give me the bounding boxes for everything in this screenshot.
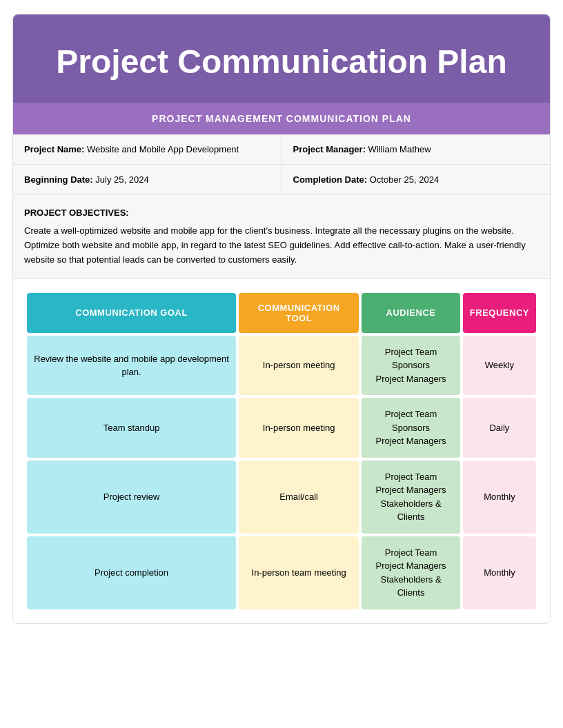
row-3-goal: Project completion [27, 536, 236, 609]
info-section: Project Name: Website and Mobile App Dev… [13, 134, 550, 195]
project-name-value: Website and Mobile App Development [87, 144, 239, 154]
objectives-section: PROJECT OBJECTIVES: Create a well-optimi… [13, 195, 550, 279]
row-2-audience: Project TeamProject ManagersStakeholders… [362, 461, 460, 534]
objectives-text: Create a well-optimized website and mobi… [24, 224, 539, 267]
row-2-tool: Email/call [239, 461, 359, 534]
project-manager-cell: Project Manager: William Mathew [282, 134, 551, 164]
start-date-value: July 25, 2024 [95, 174, 148, 185]
th-frequency: FREQUENCY [463, 293, 536, 333]
subheader-label: PROJECT MANAGEMENT COMMUNICATION PLAN [152, 113, 411, 124]
objectives-title: PROJECT OBJECTIVES: [24, 206, 539, 221]
table-row: Project reviewEmail/callProject TeamProj… [27, 461, 536, 534]
row-1-audience: Project TeamSponsorsProject Managers [362, 398, 460, 458]
project-name-label: Project Name: [24, 144, 84, 154]
communication-table-section: COMMUNICATION GOAL COMMUNICATION TOOL AU… [13, 279, 550, 623]
table-header-row: COMMUNICATION GOAL COMMUNICATION TOOL AU… [27, 293, 536, 333]
completion-date-label: Completion Date: [293, 174, 368, 185]
row-2-goal: Project review [27, 461, 236, 534]
table-row: Project completionIn-person team meeting… [27, 536, 536, 609]
row-0-goal: Review the website and mobile app develo… [27, 336, 236, 396]
start-date-cell: Beginning Date: July 25, 2024 [13, 165, 282, 194]
row-0-tool: In-person meeting [239, 336, 359, 396]
project-manager-label: Project Manager: [293, 144, 366, 154]
project-name-cell: Project Name: Website and Mobile App Dev… [13, 134, 282, 164]
row-3-frequency: Monthly [463, 536, 536, 609]
info-row-1: Project Name: Website and Mobile App Dev… [13, 134, 550, 165]
row-1-goal: Team standup [27, 398, 236, 458]
row-2-frequency: Monthly [463, 461, 536, 534]
completion-date-cell: Completion Date: October 25, 2024 [282, 165, 551, 194]
start-date-label: Beginning Date: [24, 174, 93, 185]
table-row: Review the website and mobile app develo… [27, 336, 536, 396]
th-tool: COMMUNICATION TOOL [239, 293, 359, 333]
completion-date-value: October 25, 2024 [370, 174, 439, 185]
table-row: Team standupIn-person meetingProject Tea… [27, 398, 536, 458]
row-1-frequency: Daily [463, 398, 536, 458]
project-manager-value: William Mathew [368, 144, 431, 154]
header-section: Project Communication Plan [13, 14, 550, 103]
communication-table: COMMUNICATION GOAL COMMUNICATION TOOL AU… [24, 290, 539, 612]
info-row-2: Beginning Date: July 25, 2024 Completion… [13, 165, 550, 194]
row-1-tool: In-person meeting [239, 398, 359, 458]
row-0-audience: Project TeamSponsorsProject Managers [362, 336, 460, 396]
th-goal: COMMUNICATION GOAL [27, 293, 236, 333]
row-0-frequency: Weekly [463, 336, 536, 396]
th-audience: AUDIENCE [362, 293, 460, 333]
page-title: Project Communication Plan [34, 42, 529, 82]
page-container: Project Communication Plan PROJECT MANAG… [12, 14, 551, 624]
row-3-audience: Project TeamProject ManagersStakeholders… [362, 536, 460, 609]
subheader-section: PROJECT MANAGEMENT COMMUNICATION PLAN [13, 103, 550, 134]
row-3-tool: In-person team meeting [239, 536, 359, 609]
